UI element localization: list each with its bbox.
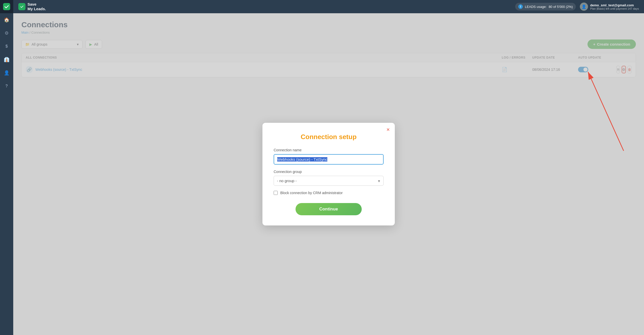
sidebar-item-profile[interactable]: 👤 [0, 66, 13, 79]
connection-group-label: Connection group [274, 170, 384, 174]
sidebar-item-home[interactable]: 🏠 [0, 13, 13, 26]
continue-button[interactable]: Continue [296, 203, 361, 215]
sidebar: 🏠 ⚙ $ 👔 👤 ? [0, 0, 13, 335]
modal-title: Connection setup [274, 133, 384, 141]
block-connection-row: Block connection by CRM administrator [274, 191, 384, 195]
sidebar-logo [0, 0, 13, 13]
block-connection-label: Block connection by CRM administrator [280, 191, 343, 195]
page-content: Connections Main / Connections 📁 All gro… [13, 13, 644, 335]
sidebar-item-help[interactable]: ? [0, 79, 13, 93]
connection-group-select[interactable]: - no group - [274, 176, 384, 186]
main-content: Save My Leads. i LEADS usage: 80 of 5'00… [13, 0, 644, 335]
block-connection-checkbox[interactable] [274, 191, 278, 195]
user-avatar: 👤 [580, 3, 588, 11]
topbar-user: 👤 demo_sml_test@gmail.com Plan |Basic| l… [580, 3, 639, 11]
brand-logo-icon [18, 3, 25, 10]
user-info: demo_sml_test@gmail.com Plan |Basic| lef… [590, 3, 639, 10]
svg-rect-0 [3, 3, 10, 10]
leads-usage-badge: i LEADS usage: 80 of 5'000 (2%) [515, 3, 576, 10]
connection-name-input[interactable] [274, 154, 384, 165]
sidebar-item-billing[interactable]: $ [0, 40, 13, 53]
topbar-brand: Save My Leads. [18, 2, 46, 11]
topbar: Save My Leads. i LEADS usage: 80 of 5'00… [13, 0, 644, 13]
info-icon: i [518, 4, 523, 9]
connection-name-label: Connection name [274, 148, 384, 152]
modal-close-button[interactable]: × [386, 127, 390, 132]
connection-setup-modal: × Connection setup Connection name Conne… [262, 123, 395, 225]
sidebar-item-integrations[interactable]: ⚙ [0, 26, 13, 40]
user-email: demo_sml_test@gmail.com [590, 3, 639, 7]
connection-group-group: Connection group - no group - [274, 170, 384, 186]
connection-group-select-wrapper: - no group - [274, 176, 384, 186]
leads-usage-value: 80 of 5'000 (2%) [549, 5, 573, 9]
sidebar-item-clients[interactable]: 👔 [0, 53, 13, 66]
leads-usage-label: LEADS usage: [525, 5, 547, 9]
user-plan: Plan |Basic| left until payment 147 days [590, 7, 639, 10]
brand-name: Save My Leads. [27, 2, 46, 11]
connection-name-group: Connection name [274, 148, 384, 165]
